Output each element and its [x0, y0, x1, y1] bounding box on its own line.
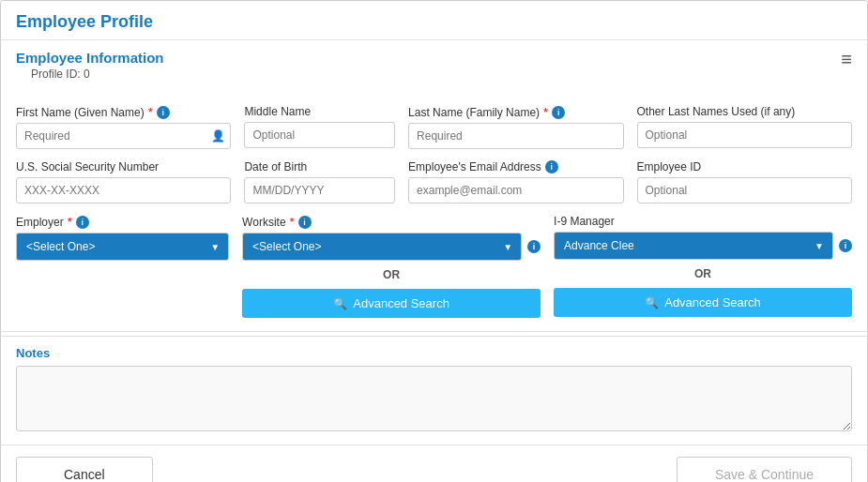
footer-buttons: Cancel Save & Continue [1, 444, 867, 482]
employee-id-label: Employee ID [637, 160, 852, 173]
first-name-group: First Name (Given Name) * i 👤 [16, 105, 231, 149]
notes-section: Notes [1, 336, 867, 444]
other-last-names-group: Other Last Names Used (if any) [637, 105, 852, 148]
dob-label: Date of Birth [244, 160, 395, 173]
email-input[interactable] [408, 177, 623, 203]
employer-select-container: <Select One> ▼ [16, 233, 229, 261]
worksite-advanced-search-button[interactable]: 🔍 Advanced Search [242, 289, 541, 318]
ssn-group: U.S. Social Security Number [16, 160, 231, 203]
page-container: Employee Profile Employee Information Pr… [0, 0, 868, 482]
first-name-required: * [148, 105, 153, 119]
hamburger-menu-icon[interactable]: ≡ [841, 50, 852, 68]
email-info-icon[interactable]: i [545, 160, 558, 173]
form-row-1: First Name (Given Name) * i 👤 Middle Nam… [16, 105, 852, 149]
employer-label: Employer * i [16, 215, 229, 229]
employer-group: Employer * i <Select One> ▼ [16, 215, 229, 261]
cancel-button[interactable]: Cancel [16, 457, 153, 482]
employee-info-section: Employee Information Profile ID: 0 ≡ Fir… [1, 40, 867, 332]
employee-id-input[interactable] [637, 177, 852, 203]
last-name-label: Last Name (Family Name) * i [408, 105, 623, 119]
dob-input[interactable] [244, 177, 395, 203]
worksite-search-icon: 🔍 [333, 297, 347, 310]
first-name-icon: 👤 [211, 129, 225, 143]
notes-label: Notes [16, 346, 852, 360]
i9-search-icon: 🔍 [645, 296, 659, 309]
email-group: Employee's Email Address i [408, 160, 623, 203]
employer-info-icon[interactable]: i [76, 216, 89, 229]
i9-manager-select[interactable]: Advance Clee [554, 232, 833, 260]
i9-or-block: OR 🔍 Advanced Search [554, 264, 852, 317]
last-name-input[interactable] [408, 123, 623, 149]
worksite-select-container: <Select One> ▼ [242, 233, 522, 261]
save-continue-button[interactable]: Save & Continue [677, 457, 852, 482]
ssn-input[interactable] [16, 177, 231, 203]
section-title: Employee Information [16, 50, 164, 66]
worksite-info-icon[interactable]: i [298, 216, 312, 229]
employee-id-group: Employee ID [637, 160, 852, 203]
last-name-required: * [543, 105, 548, 119]
i9-manager-select-container: Advance Clee ▼ [554, 232, 833, 260]
worksite-or-block: OR 🔍 Advanced Search [242, 264, 541, 318]
employer-select[interactable]: <Select One> [16, 233, 229, 261]
form-row-2: U.S. Social Security Number Date of Birt… [16, 160, 852, 203]
worksite-extra-info-icon[interactable]: i [527, 240, 541, 253]
i9-manager-label: I-9 Manager [554, 215, 852, 228]
worksite-or-text: OR [242, 268, 541, 281]
worksite-label: Worksite * i [242, 215, 541, 229]
other-last-names-input[interactable] [637, 122, 852, 148]
middle-name-group: Middle Name [244, 105, 395, 148]
last-name-info-icon[interactable]: i [552, 106, 565, 119]
i9-manager-group: I-9 Manager Advance Clee ▼ i [554, 215, 852, 317]
i9-or-text: OR [554, 267, 852, 280]
worksite-required: * [290, 215, 295, 229]
i9-advanced-search-button[interactable]: 🔍 Advanced Search [554, 288, 852, 317]
form-area: First Name (Given Name) * i 👤 Middle Nam… [1, 92, 867, 331]
middle-name-input[interactable] [244, 122, 395, 148]
first-name-input-wrapper: 👤 [16, 123, 231, 149]
other-last-names-label: Other Last Names Used (if any) [637, 105, 852, 118]
i9-info-icon[interactable]: i [839, 239, 852, 252]
page-title: Employee Profile [1, 1, 867, 40]
profile-id: Profile ID: 0 [16, 66, 164, 88]
dob-group: Date of Birth [244, 160, 395, 203]
worksite-select[interactable]: <Select One> [242, 233, 522, 261]
notes-textarea[interactable] [16, 366, 852, 431]
first-name-info-icon[interactable]: i [157, 106, 170, 119]
first-name-label: First Name (Given Name) * i [16, 105, 231, 119]
employer-row: Employer * i <Select One> ▼ [16, 215, 852, 318]
ssn-label: U.S. Social Security Number [16, 160, 231, 173]
last-name-group: Last Name (Family Name) * i [408, 105, 623, 149]
worksite-group: Worksite * i <Select One> ▼ i [242, 215, 541, 318]
first-name-input[interactable] [16, 123, 231, 149]
email-label: Employee's Email Address i [408, 160, 623, 173]
employer-required: * [68, 215, 72, 229]
middle-name-label: Middle Name [244, 105, 395, 118]
